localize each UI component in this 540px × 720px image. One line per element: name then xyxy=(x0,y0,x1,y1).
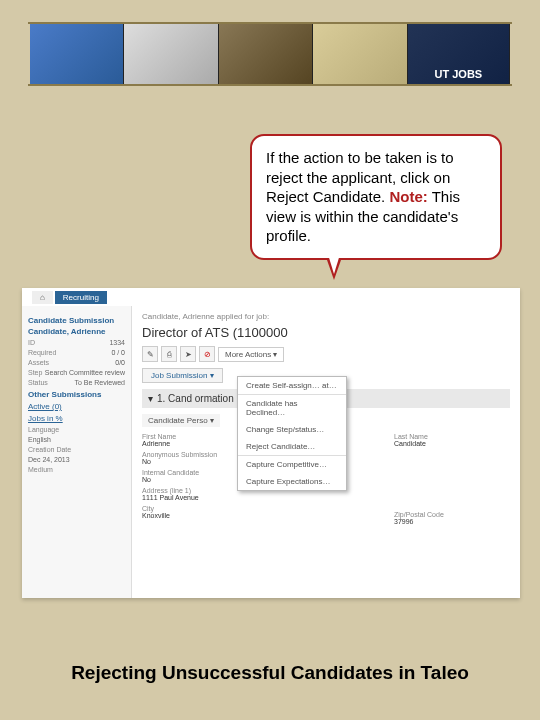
tab-recruiting[interactable]: Recruiting xyxy=(55,291,107,304)
value-last-name: Candidate xyxy=(394,440,510,447)
banner-photo-3 xyxy=(219,24,313,84)
section-title: 1. Cand ormation xyxy=(157,393,234,404)
value-zip: 37996 xyxy=(394,518,510,525)
menu-change-step[interactable]: Change Step/status… xyxy=(238,421,346,438)
app-tabs: ⌂ Recruiting xyxy=(22,288,520,306)
more-actions-menu: Create Self-assign… at… Candidate has De… xyxy=(237,376,347,491)
banner-photo-2 xyxy=(124,24,218,84)
expand-icon: ▾ xyxy=(148,393,153,404)
instruction-callout: If the action to be taken is to reject t… xyxy=(250,134,502,260)
banner-photo-4 xyxy=(313,24,407,84)
sidebar-lang: Language xyxy=(28,426,125,433)
menu-capture-competitive[interactable]: Capture Competitive… xyxy=(238,456,346,473)
breadcrumb: Candidate, Adrienne applied for job: xyxy=(142,312,510,321)
menu-declined[interactable]: Candidate has Declined… xyxy=(238,395,346,421)
sidebar-row-id: ID1334 xyxy=(28,339,125,346)
label-zip: Zip/Postal Code xyxy=(394,511,510,518)
sidebar: Candidate Submission Candidate, Adrienne… xyxy=(22,306,132,598)
subtab-job-submission[interactable]: Job Submission ▾ xyxy=(142,368,223,383)
header-banner: UT JOBS xyxy=(30,24,510,84)
sidebar-medium: Medium xyxy=(28,466,125,473)
menu-capture-expectations[interactable]: Capture Expectations… xyxy=(238,473,346,490)
more-actions-dropdown[interactable]: More Actions ▾ xyxy=(218,347,284,362)
menu-reject-candidate[interactable]: Reject Candidate… xyxy=(238,438,346,455)
page-title: Director of ATS (1100000 xyxy=(142,325,510,340)
sidebar-row-step: StepSearch Committee review xyxy=(28,369,125,376)
sidebar-date: Creation Date xyxy=(28,446,125,453)
main-panel: Candidate, Adrienne applied for job: Dir… xyxy=(132,306,520,598)
sidebar-header: Candidate Submission xyxy=(28,316,125,325)
slide-caption: Rejecting Unsuccessful Candidates in Tal… xyxy=(0,662,540,684)
tab-home[interactable]: ⌂ xyxy=(32,291,53,304)
sidebar-row-status: StatusTo Be Reviewed xyxy=(28,379,125,386)
label-last-name: Last Name xyxy=(394,433,510,440)
sidebar-date-val: Dec 24, 2013 xyxy=(28,456,125,463)
callout-tail-inner xyxy=(323,238,345,274)
toolbar-block-icon[interactable]: ⊘ xyxy=(199,346,215,362)
link-active[interactable]: Active (0) xyxy=(28,402,125,411)
embedded-screenshot: ⌂ Recruiting Candidate Submission Candid… xyxy=(22,288,520,598)
section-subtitle[interactable]: Candidate Perso ▾ xyxy=(142,414,220,427)
toolbar-print-icon[interactable]: ⎙ xyxy=(161,346,177,362)
toolbar-edit-icon[interactable]: ✎ xyxy=(142,346,158,362)
value-address: 1111 Paul Avenue xyxy=(142,494,258,501)
banner-logo: UT JOBS xyxy=(408,24,510,84)
label-city: City xyxy=(142,505,258,512)
callout-note-label: Note: xyxy=(389,188,427,205)
sidebar-row-required: Required0 / 0 xyxy=(28,349,125,356)
banner-photo-1 xyxy=(30,24,124,84)
candidate-name[interactable]: Candidate, Adrienne xyxy=(28,327,125,336)
toolbar-forward-icon[interactable]: ➤ xyxy=(180,346,196,362)
toolbar: ✎ ⎙ ➤ ⊘ More Actions ▾ xyxy=(142,346,510,362)
link-jobs[interactable]: Jobs in % xyxy=(28,414,125,423)
menu-self-assign[interactable]: Create Self-assign… at… xyxy=(238,377,346,394)
value-city: Knoxville xyxy=(142,512,258,519)
sidebar-row-assets: Assets0/0 xyxy=(28,359,125,366)
sidebar-other-sub: Other Submissions xyxy=(28,390,125,399)
sidebar-lang-val: English xyxy=(28,436,125,443)
